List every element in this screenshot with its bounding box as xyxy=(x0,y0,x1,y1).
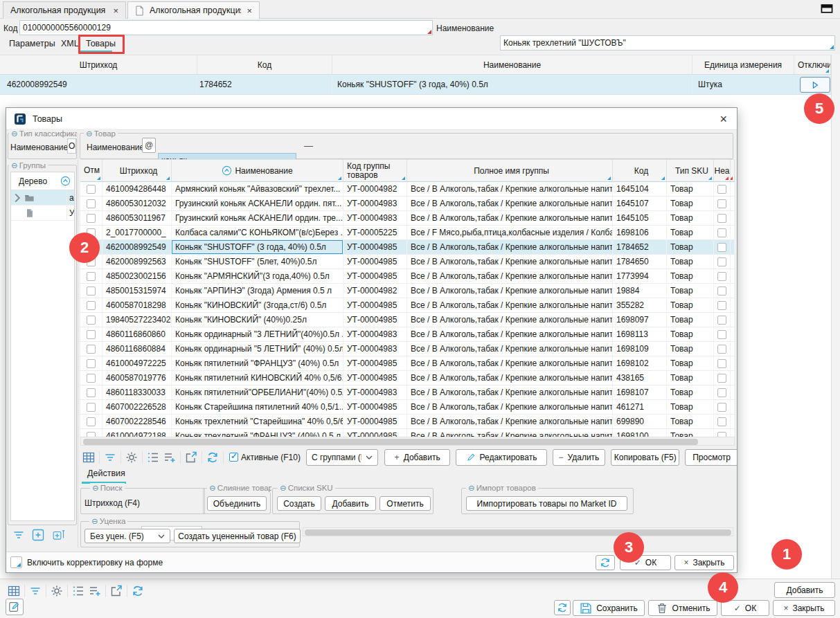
inactive-checkbox[interactable] xyxy=(717,432,726,437)
edit-product-button[interactable]: Редактировать xyxy=(456,449,546,466)
cell-group-code[interactable]: УТ-00004985 xyxy=(343,240,407,254)
cell-group-fullname[interactable]: Все / В Алкоголь,табак / Крепкие алкогол… xyxy=(407,385,613,399)
tab-close-icon[interactable]: × xyxy=(247,6,252,16)
add-button[interactable]: Добавить xyxy=(774,582,835,598)
cell-group-code[interactable]: УТ-00004982 xyxy=(343,284,407,298)
column-header-group-code[interactable]: Код группы товаров xyxy=(343,160,407,181)
product-row[interactable]: 4610094286448Армянский коньяк "Айвазовск… xyxy=(80,182,735,197)
cell-name[interactable]: Коньяк ординарный "5 ЛЕТНИЙ" (40%) 0.5л xyxy=(172,342,343,356)
cell-k[interactable] xyxy=(731,182,735,196)
row-checkbox[interactable] xyxy=(87,359,96,368)
cell-group-fullname[interactable]: Все / В Алкоголь,табак / Крепкие алкогол… xyxy=(407,211,613,225)
row-select-cell[interactable] xyxy=(80,385,102,399)
tree-row-folder[interactable]: а xyxy=(11,190,74,206)
expand-chevron-icon[interactable] xyxy=(13,193,21,203)
cell-name[interactable]: Коньяк пятилетний"ОРБЕЛИАНИ"(40%) 0.5л xyxy=(172,385,343,399)
cell-name[interactable]: Грузинский коньяк АСКАНЕЛИ ордин. тре... xyxy=(172,211,343,225)
row-checkbox[interactable] xyxy=(87,330,96,339)
row-checkbox[interactable] xyxy=(87,374,96,383)
cell-code[interactable]: 699890 xyxy=(613,415,667,428)
cell-group-fullname[interactable]: Все / В Алкоголь,табак / Крепкие алкогол… xyxy=(407,284,613,298)
cell-inactive[interactable] xyxy=(714,298,731,312)
cell-group-code[interactable]: УТ-00004983 xyxy=(343,211,407,225)
cell-name[interactable]: Коньяк пятилетний "ФРАНЦУЗ" (40%) 0.5л xyxy=(172,356,343,370)
cell-name[interactable]: Коньяк "АРПИНЭ" (3года) Армения 0.5 л xyxy=(172,284,343,298)
refresh-icon[interactable] xyxy=(204,449,221,466)
tree-row-page[interactable]: У xyxy=(11,206,74,221)
cell-barcode[interactable]: 4860116860884 xyxy=(102,342,172,356)
cell-k[interactable] xyxy=(731,269,735,283)
cell-sku-type[interactable]: Товар xyxy=(667,182,714,196)
inactive-checkbox[interactable] xyxy=(717,417,726,426)
markdown-dropdown[interactable]: Без уцен. (F5) xyxy=(84,529,170,543)
cell-k[interactable] xyxy=(731,226,735,239)
cell-inactive[interactable] xyxy=(714,284,731,298)
row-checkbox[interactable] xyxy=(87,388,96,397)
cell-name[interactable]: Грузинский коньяк АСКАНЕЛИ ордин. пят... xyxy=(172,197,343,210)
scrollbar-thumb[interactable] xyxy=(83,439,698,445)
cell-sku-type[interactable]: Товар xyxy=(667,313,714,327)
cell-barcode[interactable]: 4860053012032 xyxy=(102,197,172,210)
cell-sku-type[interactable]: Товар xyxy=(667,284,714,298)
row-select-cell[interactable] xyxy=(80,356,102,370)
filter-icon[interactable] xyxy=(102,449,118,466)
settings-gear-icon[interactable] xyxy=(123,449,140,466)
cell-name[interactable]: Коньяк "КИНОВСКИЙ" (3года,ст/6) 0.5л xyxy=(172,298,343,312)
cell-name[interactable]: Колбаса салями"С КОНЬЯКОМ"(в/с)Берез ... xyxy=(172,226,343,239)
column-header-code[interactable]: Код xyxy=(197,55,332,74)
cell-barcode[interactable]: 4860118330033 xyxy=(102,385,172,399)
cell-barcode[interactable]: 4850023002156 xyxy=(102,269,172,283)
sort-ascending-icon[interactable] xyxy=(222,165,232,176)
row-checkbox[interactable] xyxy=(87,432,96,437)
cell-name[interactable]: Коньяк пятилетний КИНОВСКИЙ 40% 0,5/6... xyxy=(172,371,343,385)
dialog-titlebar[interactable]: Товары × xyxy=(6,108,737,130)
cell-barcode[interactable]: 4620008992549 xyxy=(0,75,197,94)
cell-k[interactable] xyxy=(731,400,735,414)
open-external-icon[interactable] xyxy=(183,449,199,466)
document-tab-2[interactable]: Алкогольная продукция × xyxy=(127,1,260,19)
cell-k[interactable] xyxy=(731,284,735,298)
cell-group-code[interactable]: УТ-00004983 xyxy=(343,385,407,399)
column-header-k[interactable]: К xyxy=(731,160,735,181)
row-checkbox[interactable] xyxy=(87,214,96,223)
cell-code[interactable]: 1773994 xyxy=(613,269,667,283)
row-select-cell[interactable] xyxy=(80,400,102,414)
cell-group-fullname[interactable]: Все / В Алкоголь,табак / Крепкие алкогол… xyxy=(407,197,613,210)
row-select-cell[interactable] xyxy=(80,269,102,283)
disable-row-button[interactable] xyxy=(800,77,830,93)
cell-group-code[interactable]: УТ-00004982 xyxy=(343,182,407,196)
product-row-selected[interactable]: 4620008992549 1784652 Коньяк "SHUSTOFF" … xyxy=(0,75,831,95)
cell-code[interactable]: 1784650 xyxy=(613,255,667,269)
cell-sku-type[interactable]: Товар xyxy=(667,226,714,239)
inactive-checkbox[interactable] xyxy=(717,330,726,339)
inactive-checkbox[interactable] xyxy=(717,272,726,281)
name-input[interactable]: Коньяк трехлетний "ШУСТОВЪ" xyxy=(500,35,835,51)
cell-inactive[interactable] xyxy=(714,400,731,414)
collapse-search-button[interactable]: — xyxy=(304,140,313,151)
cell-k[interactable] xyxy=(731,240,735,254)
product-row[interactable]: 198405272234020Коньяк "КИНОВСКИЙ" (40%)0… xyxy=(80,313,735,327)
cell-sku-type[interactable]: Товар xyxy=(667,356,714,370)
grid-view-icon[interactable] xyxy=(80,449,97,466)
product-row[interactable]: 4600587019776Коньяк пятилетний КИНОВСКИЙ… xyxy=(80,371,735,385)
numbered-list-icon[interactable] xyxy=(145,449,161,466)
cell-inactive[interactable] xyxy=(714,356,731,370)
refresh-button[interactable] xyxy=(596,555,615,570)
cell-code[interactable]: 1784652 xyxy=(197,75,332,94)
cell-barcode[interactable]: 4860116860860 xyxy=(102,327,172,341)
cell-k[interactable] xyxy=(731,211,735,225)
inactive-checkbox[interactable] xyxy=(717,243,726,252)
cell-sku-type[interactable]: Товар xyxy=(667,429,714,437)
cell-group-code[interactable]: УТ-00004985 xyxy=(343,429,407,437)
product-row[interactable]: 4860116860860Коньяк ординарный "3 ЛЕТНИЙ… xyxy=(80,327,735,342)
cell-inactive[interactable] xyxy=(714,226,731,239)
inactive-checkbox[interactable] xyxy=(717,228,726,237)
cell-group-code[interactable]: УТ-00004985 xyxy=(343,400,407,414)
cell-code[interactable]: 355282 xyxy=(613,298,667,312)
cell-inactive[interactable] xyxy=(714,371,731,385)
classifier-name-input[interactable]: Ос xyxy=(67,138,76,154)
tab-actions[interactable]: Действия xyxy=(87,469,125,478)
tree-column-header[interactable]: Дерево xyxy=(11,172,74,190)
cell-barcode[interactable]: 2_0017700000_ xyxy=(102,226,172,239)
cell-sku-type[interactable]: Товар xyxy=(667,298,714,312)
